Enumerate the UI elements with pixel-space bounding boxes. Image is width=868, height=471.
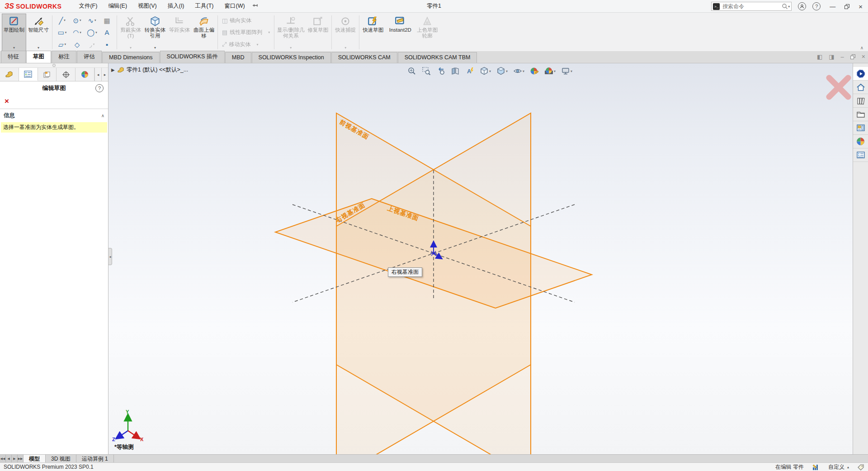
- flyout-expand-icon[interactable]: ▶: [111, 67, 115, 72]
- apply-scene-button[interactable]: ▾: [543, 65, 557, 77]
- rectangle-tool[interactable]: ▭▾: [55, 27, 70, 38]
- panel-help-icon[interactable]: ?: [95, 84, 104, 92]
- taskpane-design-library-button[interactable]: [853, 94, 868, 108]
- arc-tool[interactable]: ◠▾: [70, 27, 85, 38]
- surface-offset-button[interactable]: 曲面上偏移: [192, 14, 216, 51]
- circle-tool[interactable]: ⊙▾: [70, 15, 85, 26]
- tab-motion-study[interactable]: 运动算例 1: [76, 455, 114, 462]
- search-icon[interactable]: [782, 3, 788, 10]
- zoom-to-area-button[interactable]: [420, 65, 432, 77]
- restore-button[interactable]: [844, 4, 849, 9]
- section-view-button[interactable]: [449, 65, 461, 77]
- polygon-tool[interactable]: ◇: [70, 39, 85, 50]
- tab-inspection[interactable]: SOLIDWORKS Inspection: [252, 52, 331, 63]
- search-box[interactable]: >_ ▾: [711, 2, 792, 11]
- viewport-canvas[interactable]: 前视基准面 上视基准面 右视基准面 Y Z X: [108, 63, 853, 454]
- point-tool[interactable]: ▪: [99, 39, 114, 50]
- ellipse-tool[interactable]: ◯▾: [85, 27, 99, 38]
- doc-close-button[interactable]: ×: [862, 53, 865, 60]
- text-tool[interactable]: A: [99, 27, 114, 38]
- convert-dropdown-icon[interactable]: ▾: [154, 46, 156, 51]
- taskpane-view-palette-button[interactable]: [853, 121, 868, 135]
- linear-pattern-button[interactable]: ▤ 线性草图阵列 ▾: [220, 28, 272, 38]
- next-tab-button[interactable]: ▶: [12, 455, 18, 462]
- view-orientation-dropdown-icon[interactable]: ▾: [489, 69, 491, 73]
- sketch-dropdown-icon[interactable]: ▾: [13, 46, 15, 51]
- hide-show-dropdown-icon[interactable]: ▾: [523, 69, 524, 73]
- doc-restore-button[interactable]: [850, 54, 855, 59]
- mirror-entities-button[interactable]: ◫ 镜向实体: [220, 15, 272, 25]
- linear-pattern-dropdown-icon[interactable]: ▾: [268, 30, 270, 34]
- dock-pane-left-icon[interactable]: ◧: [817, 53, 822, 60]
- minimize-button[interactable]: —: [827, 3, 838, 10]
- doc-minimize-button[interactable]: –: [841, 53, 844, 60]
- taskpane-file-explorer-button[interactable]: [853, 108, 868, 121]
- shaded-contours-button[interactable]: 上色草图轮廓: [415, 14, 439, 51]
- user-account-icon[interactable]: [798, 2, 806, 10]
- smart-dimension-dropdown-icon[interactable]: ▾: [38, 46, 39, 51]
- tab-evaluate[interactable]: 评估: [77, 51, 102, 63]
- tab-configuration-manager[interactable]: [38, 68, 57, 81]
- view-orientation-button[interactable]: ▾: [478, 65, 492, 77]
- tab-feature-manager[interactable]: [0, 68, 19, 81]
- rapid-sketch-button[interactable]: 快速草图: [361, 14, 385, 51]
- first-tab-button[interactable]: ◀◀: [0, 455, 6, 462]
- tab-mbd-dimensions[interactable]: MBD Dimensions: [102, 52, 160, 63]
- spline-tool[interactable]: ∿▾: [85, 15, 99, 26]
- tab-dimxpert-manager[interactable]: [57, 68, 75, 81]
- collapse-ribbon-icon[interactable]: ∧: [860, 45, 863, 50]
- cancel-sketch-button[interactable]: ×: [5, 97, 14, 106]
- panel-splitter-handle[interactable]: [0, 63, 108, 68]
- last-tab-button[interactable]: ▶▶: [18, 455, 24, 462]
- smart-dimension-button[interactable]: 智能尺寸 ▾: [26, 14, 51, 51]
- graphics-area[interactable]: 前视基准面 上视基准面 右视基准面 Y Z X ▶: [108, 63, 853, 454]
- apply-scene-dropdown-icon[interactable]: ▾: [554, 69, 556, 73]
- annotation-views-button[interactable]: A: [464, 65, 476, 77]
- previous-view-button[interactable]: [435, 65, 447, 77]
- fillet-tool[interactable]: ◞▾: [85, 39, 99, 50]
- tab-cam-tbm[interactable]: SOLIDWORKS CAM TBM: [398, 52, 477, 63]
- display-style-button[interactable]: ▾: [495, 65, 509, 77]
- close-button[interactable]: ×: [856, 3, 865, 10]
- panel-collapse-handle[interactable]: ◂: [108, 248, 112, 265]
- tab-property-manager[interactable]: [19, 68, 38, 81]
- move-entities-button[interactable]: ⤢ 移动实体 ▾: [220, 39, 272, 49]
- tab-3d-views[interactable]: 3D 视图: [46, 455, 76, 462]
- tab-addins[interactable]: SOLIDWORKS 插件: [160, 51, 225, 63]
- menu-edit[interactable]: 编辑(E): [103, 0, 132, 12]
- repair-sketch-button[interactable]: 修复草图: [306, 14, 330, 51]
- trim-entities-button[interactable]: 剪裁实体(T) ▾: [118, 14, 143, 51]
- search-input[interactable]: [722, 3, 782, 10]
- hide-show-items-button[interactable]: ▾: [512, 65, 526, 77]
- sketch-button[interactable]: 草图绘制 ▾: [2, 14, 26, 51]
- line-tool[interactable]: ╱▾: [55, 15, 70, 26]
- menu-tools[interactable]: 工具(T): [190, 0, 219, 12]
- slot-tool[interactable]: ▱▾: [55, 39, 70, 50]
- customize-menu[interactable]: 自定义 ▴: [828, 463, 849, 471]
- panel-tabs-scroll-right[interactable]: ▸: [101, 68, 108, 81]
- quick-snaps-dropdown-icon[interactable]: ▾: [344, 46, 346, 51]
- convert-entities-button[interactable]: 转换实体引用 ▾: [143, 14, 167, 51]
- tab-markup[interactable]: 标注: [52, 51, 76, 63]
- panel-tabs-scroll-left[interactable]: ◂: [94, 68, 101, 81]
- menu-insert[interactable]: 插入(I): [162, 0, 190, 12]
- tab-mbd[interactable]: MBD: [225, 52, 251, 63]
- view-settings-dropdown-icon[interactable]: ▾: [571, 69, 572, 73]
- menu-view[interactable]: 视图(V): [132, 0, 162, 12]
- menu-window[interactable]: 窗口(W): [219, 0, 250, 12]
- instant2d-button[interactable]: Instant2D: [385, 14, 415, 51]
- tab-sketch[interactable]: 草图: [26, 51, 51, 63]
- trim-dropdown-icon[interactable]: ▾: [130, 46, 132, 51]
- zoom-to-fit-button[interactable]: [406, 65, 418, 77]
- prev-tab-button[interactable]: ◀: [6, 455, 12, 462]
- performance-feedback-icon[interactable]: [812, 464, 820, 471]
- quick-snaps-button[interactable]: 快速捕捉 ▾: [333, 14, 358, 51]
- tab-model[interactable]: 模型: [24, 455, 46, 462]
- menu-file[interactable]: 文件(F): [73, 0, 103, 12]
- tab-features[interactable]: 特征: [1, 51, 26, 63]
- taskpane-resources-button[interactable]: [853, 81, 868, 94]
- pin-menu-icon[interactable]: [252, 2, 259, 10]
- relations-dropdown-icon[interactable]: ▾: [290, 46, 292, 51]
- edit-appearance-button[interactable]: [528, 65, 540, 77]
- feature-tree-flyout[interactable]: ▶ 零件1 (默认) <<默认>_...: [111, 66, 188, 74]
